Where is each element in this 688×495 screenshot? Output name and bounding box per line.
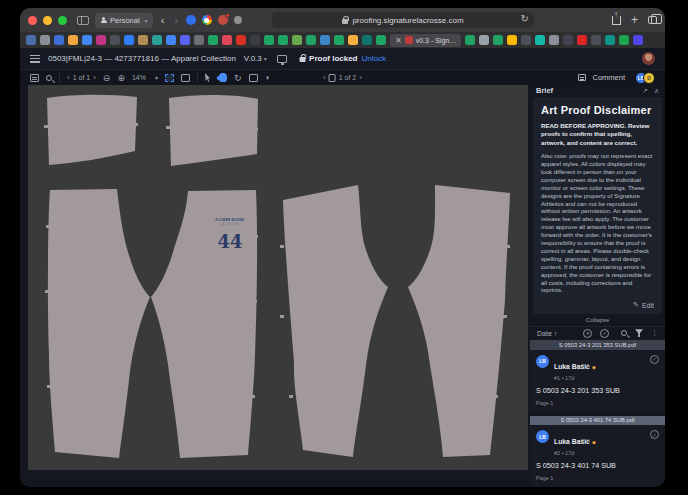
pinned-tab-favicon[interactable] [493,35,503,45]
pinned-tab-favicon[interactable] [549,35,559,45]
thumbnails-icon[interactable] [30,74,39,82]
pinned-tab-favicon[interactable] [68,35,78,45]
pinned-tab-favicon[interactable] [110,35,120,45]
pinned-tab-favicon[interactable] [124,35,134,45]
pinned-tab-favicon[interactable] [479,35,489,45]
contrast-icon[interactable]: ◑ [265,73,270,82]
pinned-tab-favicon[interactable] [250,35,260,45]
pinned-tab-favicon[interactable] [222,35,232,45]
comment-group-header[interactable]: S 0503 24-3 401 74 SUB.pdf [530,416,665,425]
address-bar[interactable]: proofing.signaturelacrosse.com ↻ [272,12,534,28]
avatar[interactable]: D [643,72,655,84]
close-window-button[interactable] [28,16,37,25]
resolve-comment-icon[interactable]: ✓ [650,355,659,364]
pinned-tab-favicon[interactable] [194,35,204,45]
menu-icon[interactable] [30,55,40,63]
pinned-tab-favicon[interactable] [54,35,64,45]
version-selector[interactable]: V.0.3 [244,54,262,63]
back-button[interactable]: ‹ [159,15,167,26]
profile-chip[interactable]: Personal ▾ [95,13,153,28]
comment-button[interactable]: Comment [592,73,625,82]
prev-page-button[interactable]: ‹ [323,73,326,82]
sort-by-date-button[interactable]: Date ↑ [537,330,557,337]
crop-region-icon[interactable] [249,74,258,82]
zoom-level[interactable]: 14% [132,74,146,81]
tab-close-icon[interactable]: ✕ [395,36,402,45]
extension-icon[interactable] [186,15,196,25]
pinned-tab-favicon[interactable] [306,35,316,45]
pinned-tab-favicon[interactable] [376,35,386,45]
pinned-tab-favicon[interactable] [180,35,190,45]
zoom-out-button[interactable]: ⊖ [103,73,111,83]
minimize-window-button[interactable] [43,16,52,25]
comment-page-ref[interactable]: Page 1 [536,400,659,406]
pinned-tab-favicon[interactable] [507,35,517,45]
comment-card[interactable]: LB Luka Bašić◆ #2 • 17d ✓ S 0503 24-3 40… [530,425,665,487]
unresolved-filter-icon[interactable]: ✕ [583,329,592,338]
user-avatar[interactable] [642,52,655,65]
pinned-tab-favicon[interactable] [96,35,106,45]
pinned-tab-favicon[interactable] [138,35,148,45]
active-tab[interactable]: ✕ v0.3 - Sign… [390,34,461,47]
pinned-tab-favicon[interactable] [633,35,643,45]
pinned-tab-favicon[interactable] [521,35,531,45]
tab-overview-icon[interactable] [648,16,657,24]
pinned-tab-favicon[interactable] [152,35,162,45]
pinned-tab-favicon[interactable] [292,35,302,45]
jersey-number: 44 [217,231,242,252]
forward-button[interactable]: › [172,15,180,26]
extension-icon[interactable] [218,15,228,25]
zoom-in-button[interactable]: ⊕ [117,73,125,83]
pinned-tab-favicon[interactable] [577,35,587,45]
google-extension-icon[interactable] [202,15,212,25]
pinned-tab-favicon[interactable] [362,35,372,45]
next-sheet-button[interactable]: › [93,73,96,82]
resolved-filter-icon[interactable]: ✓ [600,329,609,338]
rotate-icon[interactable]: ↻ [234,73,242,83]
edit-brief-button[interactable]: ✎ Edit [541,301,654,309]
pinned-tab-favicon[interactable] [278,35,288,45]
filter-icon[interactable] [635,329,643,337]
collapse-brief-button[interactable]: Collapse [530,314,665,326]
prev-sheet-button[interactable]: ‹ [67,73,70,82]
sidebar-toggle-icon[interactable] [77,16,89,25]
pinned-tab-favicon[interactable] [465,35,475,45]
pinned-tab-favicon[interactable] [563,35,573,45]
pinned-tab-favicon[interactable] [82,35,92,45]
extension-icon[interactable] [234,16,242,24]
search-icon[interactable] [46,75,52,81]
unlock-link[interactable]: Unlock [362,54,386,63]
next-page-button[interactable]: › [359,73,362,82]
pinned-tab-favicon[interactable] [334,35,344,45]
fit-page-icon[interactable] [165,74,174,82]
search-comments-icon[interactable] [621,330,627,336]
share-icon[interactable] [612,16,621,25]
pinned-tab-favicon[interactable] [26,35,36,45]
pinned-tab-favicon[interactable] [40,35,50,45]
pinned-tab-favicon[interactable] [208,35,218,45]
pinned-tab-favicon[interactable] [619,35,629,45]
pinned-tab-favicon[interactable] [591,35,601,45]
pinned-tab-favicon[interactable] [320,35,330,45]
comment-group-header[interactable]: S 0503 24-3 201 353 SUB.pdf [530,340,665,349]
more-options-icon[interactable]: ⋮ [651,329,658,337]
display-icon[interactable] [277,55,287,63]
pinned-tab-favicon[interactable] [236,35,246,45]
new-tab-button[interactable]: + [631,14,638,26]
pinned-tab-favicon[interactable] [535,35,545,45]
comment-card[interactable]: LB Luka Bašić◆ #1 • 17d ✓ S 0503 24-3 20… [530,350,665,412]
expand-icon[interactable]: ↗ [642,87,648,95]
comment-page-ref[interactable]: Page 1 [536,475,659,481]
zoom-window-button[interactable] [58,16,67,25]
fit-width-icon[interactable] [181,74,190,82]
resolve-comment-icon[interactable]: ✓ [650,430,659,439]
proof-canvas[interactable]: FLOWER MOUND LACROSSE 44 [28,85,528,470]
pinned-tab-favicon[interactable] [348,35,358,45]
pinned-tab-favicon[interactable] [264,35,274,45]
pinned-tab-favicon[interactable] [605,35,615,45]
select-tool-icon[interactable] [205,73,212,82]
pinned-tab-favicon[interactable] [166,35,176,45]
reload-icon[interactable]: ↻ [521,13,529,24]
pan-tool-icon[interactable] [219,73,227,82]
collapse-chevron-icon[interactable]: ∧ [654,87,659,95]
